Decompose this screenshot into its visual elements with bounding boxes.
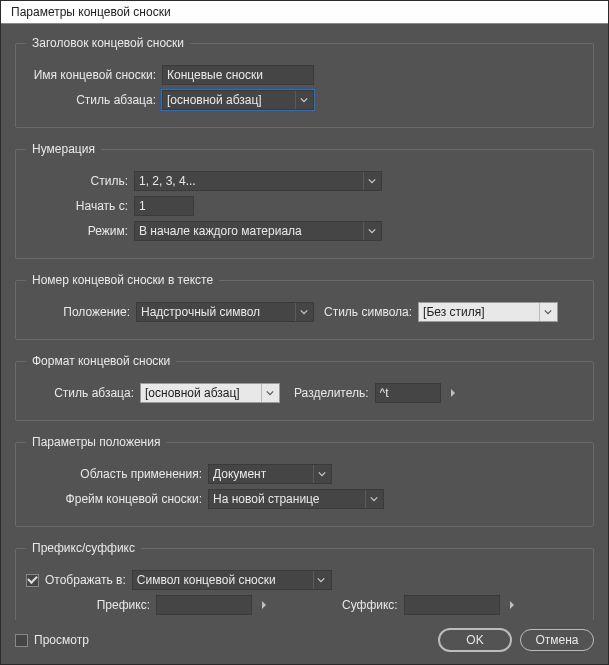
- showin-label: Отображать в:: [45, 573, 132, 587]
- chevron-down-icon: [295, 303, 311, 321]
- separator-flyout-button[interactable]: [445, 383, 461, 403]
- group-prefix-legend: Префикс/суффикс: [26, 541, 141, 555]
- textnum-position-value: Надстрочный символ: [141, 305, 295, 319]
- group-placement-legend: Параметры положения: [26, 435, 166, 449]
- suffix-label: Суффикс:: [342, 598, 404, 612]
- showin-select[interactable]: Символ концевой сноски: [132, 570, 332, 590]
- placement-frame-select[interactable]: На новой странице: [208, 489, 384, 509]
- group-endnote-number-in-text: Номер концевой сноски в тексте Положение…: [15, 273, 594, 340]
- cancel-button[interactable]: Отмена: [520, 629, 594, 651]
- format-parastyle-value: [основной абзац]: [145, 386, 261, 400]
- textnum-charstyle-label: Стиль символа:: [324, 305, 418, 319]
- header-parastyle-value: [основной абзац]: [167, 93, 295, 107]
- window-title: Параметры концевой сноски: [11, 5, 171, 19]
- chevron-down-icon: [539, 303, 555, 321]
- group-numbering: Нумерация Стиль: 1, 2, 3, 4... Начать с:…: [15, 142, 594, 259]
- prefix-label: Префикс:: [26, 598, 156, 612]
- group-endnote-header: Заголовок концевой сноски Имя концевой с…: [15, 36, 594, 128]
- header-parastyle-label: Стиль абзаца:: [26, 93, 162, 107]
- chevron-down-icon: [363, 172, 379, 190]
- titlebar: Параметры концевой сноски: [1, 1, 608, 24]
- preview-checkbox[interactable]: [15, 634, 28, 647]
- numbering-mode-label: Режим:: [26, 224, 134, 238]
- suffix-flyout-button[interactable]: [504, 595, 520, 615]
- chevron-down-icon: [313, 571, 329, 589]
- chevron-down-icon: [261, 384, 277, 402]
- ok-button[interactable]: OK: [438, 628, 512, 652]
- numbering-start-label: Начать с:: [26, 199, 134, 213]
- format-parastyle-label: Стиль абзаца:: [26, 386, 140, 400]
- format-separator-label: Разделитель:: [294, 386, 375, 400]
- dialog-footer: Просмотр OK Отмена: [1, 620, 608, 664]
- numbering-style-label: Стиль:: [26, 174, 134, 188]
- dialog-content: Заголовок концевой сноски Имя концевой с…: [1, 24, 608, 620]
- numbering-mode-select[interactable]: В начале каждого материала: [134, 221, 382, 241]
- textnum-charstyle-select[interactable]: [Без стиля]: [418, 302, 558, 322]
- group-numbering-legend: Нумерация: [26, 142, 101, 156]
- numbering-style-value: 1, 2, 3, 4...: [139, 174, 363, 188]
- chevron-down-icon: [313, 465, 329, 483]
- group-textnum-legend: Номер концевой сноски в тексте: [26, 273, 219, 287]
- placement-scope-select[interactable]: Документ: [208, 464, 332, 484]
- group-format-legend: Формат концевой сноски: [26, 354, 176, 368]
- format-parastyle-select[interactable]: [основной абзац]: [140, 383, 280, 403]
- textnum-charstyle-value: [Без стиля]: [423, 305, 539, 319]
- placement-frame-label: Фрейм концевой сноски:: [26, 492, 208, 506]
- dialog-window: Параметры концевой сноски Заголовок конц…: [0, 0, 609, 665]
- showin-checkbox[interactable]: [26, 574, 39, 587]
- suffix-input[interactable]: [404, 595, 500, 615]
- endnote-name-input[interactable]: [162, 65, 314, 85]
- group-placement: Параметры положения Область применения: …: [15, 435, 594, 527]
- prefix-flyout-button[interactable]: [256, 595, 272, 615]
- endnote-name-label: Имя концевой сноски:: [26, 68, 162, 82]
- group-prefix-suffix: Префикс/суффикс Отображать в: Символ кон…: [15, 541, 594, 620]
- textnum-position-select[interactable]: Надстрочный символ: [136, 302, 314, 322]
- chevron-down-icon: [295, 91, 311, 109]
- showin-value: Символ концевой сноски: [137, 573, 313, 587]
- chevron-down-icon: [365, 490, 381, 508]
- group-endnote-format: Формат концевой сноски Стиль абзаца: [ос…: [15, 354, 594, 421]
- textnum-position-label: Положение:: [26, 305, 136, 319]
- placement-frame-value: На новой странице: [213, 492, 365, 506]
- chevron-down-icon: [363, 222, 379, 240]
- format-separator-input[interactable]: [375, 383, 441, 403]
- numbering-mode-value: В начале каждого материала: [139, 224, 363, 238]
- group-endnote-header-legend: Заголовок концевой сноски: [26, 36, 190, 50]
- placement-scope-label: Область применения:: [26, 467, 208, 481]
- prefix-input[interactable]: [156, 595, 252, 615]
- placement-scope-value: Документ: [213, 467, 313, 481]
- numbering-start-input[interactable]: [134, 196, 194, 216]
- numbering-style-select[interactable]: 1, 2, 3, 4...: [134, 171, 382, 191]
- preview-label: Просмотр: [34, 633, 89, 647]
- header-parastyle-select[interactable]: [основной абзац]: [162, 90, 314, 110]
